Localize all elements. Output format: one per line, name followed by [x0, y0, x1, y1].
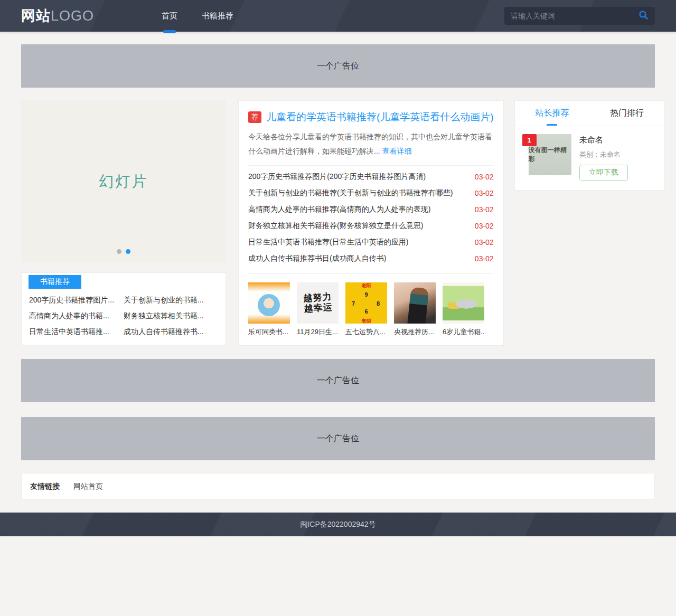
- book-links-card: 书籍推荐 200字历史书籍推荐图片... 关于创新与创业的书籍... 高情商为人…: [21, 272, 226, 345]
- bagua-number: 6: [364, 308, 368, 315]
- sidebar-item-category: 类别：未命名: [579, 150, 628, 159]
- article-title[interactable]: 财务独立核算相关书籍推荐(财务核算独立是什么意思): [248, 221, 468, 231]
- download-button[interactable]: 立即下载: [579, 165, 628, 181]
- article-list: 200字历史书籍推荐图片(200字历史书籍推荐图片高清) 03-02 关于创新与…: [248, 168, 494, 267]
- calligraphy-text: 越努力 越幸运: [303, 291, 333, 315]
- article-date: 03-02: [475, 222, 494, 230]
- nav-item-home[interactable]: 首页: [153, 0, 186, 32]
- article-row[interactable]: 成功人自传书籍推荐书目(成功商人自传书) 03-02: [248, 250, 494, 267]
- recommend-badge: 荐: [248, 111, 261, 123]
- icp-number: 闽ICP备2022002942号: [300, 520, 375, 529]
- logo-primary: 网站: [21, 8, 51, 24]
- article-title[interactable]: 200字历史书籍推荐图片(200字历史书籍推荐图片高清): [248, 172, 468, 182]
- sidebar-item-title[interactable]: 未命名: [579, 135, 628, 145]
- footer: 闽ICP备2022002942号: [0, 513, 676, 536]
- ad-banner-bottom: 一个广告位: [21, 417, 655, 460]
- article-panel: 荐 儿童看的学英语书籍推荐(儿童学英语看什么动画片) 今天给各位分享儿童看的学英…: [238, 100, 504, 346]
- article-row[interactable]: 日常生活中英语书籍推荐(日常生活中英语的应用) 03-02: [248, 234, 494, 250]
- bagua-label-bottom: 老阴: [362, 320, 371, 322]
- article-title[interactable]: 成功人自传书籍推荐书目(成功商人自传书): [248, 254, 468, 263]
- search-input[interactable]: [504, 7, 632, 25]
- slideshow[interactable]: 幻灯片: [21, 100, 226, 262]
- thumbnail-caption: 6岁儿童书籍...: [443, 327, 484, 337]
- featured-article-excerpt: 今天给各位分享儿童看的学英语书籍推荐的知识，其中也会对儿童学英语看什么动画片进行…: [248, 130, 494, 158]
- ad-banner-middle: 一个广告位: [21, 359, 655, 402]
- article-date: 03-02: [475, 205, 494, 214]
- article-title[interactable]: 高情商为人处事的书籍推荐(高情商的人为人处事的表现): [248, 205, 468, 214]
- logo-secondary: LOGO: [51, 8, 94, 24]
- article-row[interactable]: 高情商为人处事的书籍推荐(高情商的人为人处事的表现) 03-02: [248, 201, 494, 217]
- divider: [248, 273, 494, 274]
- bagua-number: 7: [352, 300, 355, 307]
- ad-banner-text: 一个广告位: [317, 61, 359, 72]
- article-date: 03-02: [475, 189, 494, 197]
- sidebar-panel: 站长推荐 热门排行 没有图一样精彩 1 未命名 类别：未命名 立即下载: [514, 100, 665, 191]
- bagua-number: 8: [377, 300, 380, 307]
- thumbnail-item[interactable]: 6岁儿童书籍...: [443, 282, 484, 337]
- book-links-grid: 200字历史书籍推荐图片... 关于创新与创业的书籍... 高情商为人处事的书籍…: [22, 289, 226, 339]
- nav-item-books[interactable]: 书籍推荐: [193, 0, 242, 32]
- article-date: 03-02: [475, 238, 494, 247]
- sidebar-recommend-item: 没有图一样精彩 1 未命名 类别：未命名 立即下载: [515, 126, 664, 190]
- site-logo[interactable]: 网站LOGO: [21, 6, 94, 25]
- friend-links-label: 友情链接: [30, 482, 60, 491]
- book-link[interactable]: 200字历史书籍推荐图片...: [29, 292, 124, 308]
- tab-webmaster-recommend[interactable]: 站长推荐: [515, 101, 590, 126]
- bagua-label-top: 老阳: [362, 285, 371, 287]
- thumbnail-image: 越努力 越幸运: [297, 282, 339, 324]
- book-link[interactable]: 高情商为人处事的书籍...: [29, 308, 124, 324]
- featured-article-title[interactable]: 儿童看的学英语书籍推荐(儿童学英语看什么动画片): [266, 110, 494, 124]
- article-title[interactable]: 日常生活中英语书籍推荐(日常生活中英语的应用): [248, 238, 468, 247]
- slider-dot-2-active[interactable]: [126, 249, 130, 254]
- search-button[interactable]: [632, 7, 655, 25]
- page: 网站LOGO 首页 书籍推荐: [0, 0, 676, 616]
- sidebar-tabs: 站长推荐 热门排行: [515, 101, 664, 126]
- search-box: [504, 7, 655, 25]
- thumbnail-image: 老阳 9 7 8 6 老阴: [345, 282, 387, 324]
- book-link[interactable]: 成功人自传书籍推荐书...: [124, 324, 218, 339]
- sidebar-thumb-wrap: 没有图一样精彩 1: [529, 134, 571, 181]
- friend-links-bar: 友情链接 网站首页: [21, 473, 655, 500]
- thumbnail-item[interactable]: 越努力 越幸运 11月29日生...: [297, 282, 339, 337]
- ad-banner-text: 一个广告位: [317, 375, 359, 386]
- header: 网站LOGO 首页 书籍推荐: [0, 0, 676, 32]
- thumbnail-caption: 五七运势八...: [345, 327, 387, 337]
- divider: [248, 165, 494, 166]
- tab-hot-ranking[interactable]: 热门排行: [589, 101, 664, 126]
- article-row[interactable]: 财务独立核算相关书籍推荐(财务核算独立是什么意思) 03-02: [248, 217, 494, 234]
- main-nav: 首页 书籍推荐: [153, 0, 249, 32]
- article-date: 03-02: [475, 173, 494, 181]
- thumbnail-caption: 乐可同类书...: [248, 327, 290, 337]
- slider-dot-1[interactable]: [117, 249, 121, 254]
- featured-article-header: 荐 儿童看的学英语书籍推荐(儿童学英语看什么动画片): [248, 110, 494, 124]
- sidebar-item-info: 未命名 类别：未命名 立即下载: [579, 134, 628, 181]
- thumbnail-item[interactable]: 乐可同类书...: [248, 282, 290, 337]
- thumbnail-image: [248, 282, 290, 324]
- friend-link-home[interactable]: 网站首页: [73, 482, 103, 491]
- thumbnail-image: [394, 282, 436, 324]
- book-links-card-title[interactable]: 书籍推荐: [29, 275, 81, 289]
- slider-dots: [21, 249, 226, 254]
- read-more-link[interactable]: 查看详细: [382, 147, 412, 155]
- article-row[interactable]: 200字历史书籍推荐图片(200字历史书籍推荐图片高清) 03-02: [248, 168, 494, 185]
- rank-badge: 1: [522, 134, 537, 146]
- thumbnail-image: [443, 282, 484, 324]
- thumbnail-item[interactable]: 央视推荐历...: [394, 282, 436, 337]
- slideshow-placeholder-text: 幻灯片: [99, 172, 148, 192]
- thumbnail-row: 乐可同类书... 越努力 越幸运 11月29日生... 老: [248, 282, 494, 337]
- left-column: 幻灯片 书籍推荐 200字历史书籍推荐图片... 关于创新与创业的书籍... 高…: [21, 100, 226, 345]
- magnifier-icon: [639, 10, 649, 22]
- article-date: 03-02: [475, 254, 494, 263]
- ad-banner-text: 一个广告位: [317, 433, 359, 444]
- book-link[interactable]: 日常生活中英语书籍推...: [29, 324, 124, 339]
- thumbnail-item[interactable]: 老阳 9 7 8 6 老阴 五七运势八...: [345, 282, 387, 337]
- ad-banner-top: 一个广告位: [21, 44, 655, 88]
- bagua-number: 9: [364, 291, 368, 298]
- main-content: 幻灯片 书籍推荐 200字历史书籍推荐图片... 关于创新与创业的书籍... 高…: [21, 100, 655, 346]
- thumbnail-caption: 11月29日生...: [297, 327, 339, 337]
- excerpt-text: 今天给各位分享儿童看的学英语书籍推荐的知识，其中也会对儿童学英语看什么动画片进行…: [248, 132, 492, 155]
- article-row[interactable]: 关于创新与创业的书籍推荐(关于创新与创业的书籍推荐有哪些) 03-02: [248, 185, 494, 201]
- article-title[interactable]: 关于创新与创业的书籍推荐(关于创新与创业的书籍推荐有哪些): [248, 188, 468, 198]
- book-link[interactable]: 财务独立核算相关书籍...: [124, 308, 218, 324]
- book-link[interactable]: 关于创新与创业的书籍...: [124, 292, 218, 308]
